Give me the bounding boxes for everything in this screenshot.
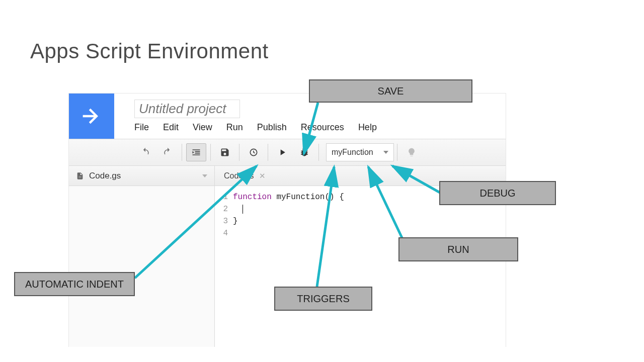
undo-icon <box>140 147 150 157</box>
run-button[interactable] <box>272 143 292 161</box>
keyword: function <box>233 193 272 202</box>
menu-resources[interactable]: Resources <box>301 122 344 133</box>
menu-view[interactable]: View <box>193 122 212 133</box>
menu-run[interactable]: Run <box>226 122 243 133</box>
code-text: myFunction() { <box>272 193 344 202</box>
menubar: File Edit View Run Publish Resources Hel… <box>134 122 506 133</box>
function-select-label: myFunction <box>332 148 373 157</box>
file-sidebar: Code.gs <box>69 166 215 347</box>
menu-edit[interactable]: Edit <box>163 122 179 133</box>
triggers-button[interactable] <box>244 143 264 161</box>
chevron-down-icon <box>383 151 388 154</box>
function-select[interactable]: myFunction <box>326 143 394 161</box>
lightbulb-icon <box>407 147 417 157</box>
text-cursor <box>243 205 243 214</box>
line-number: 1 <box>215 191 228 203</box>
separator <box>239 144 239 161</box>
line-number: 2 <box>215 203 228 215</box>
line-number: 3 <box>215 215 228 227</box>
toolbar: myFunction <box>69 139 506 166</box>
play-icon <box>277 147 287 157</box>
label-save: SAVE <box>309 79 472 103</box>
project-title-input[interactable]: Untitled project <box>134 100 240 118</box>
label-run: RUN <box>398 237 518 261</box>
app-logo <box>69 94 114 139</box>
menu-help[interactable]: Help <box>358 122 377 133</box>
file-icon <box>76 171 84 180</box>
redo-icon <box>163 147 173 157</box>
chevron-down-icon[interactable] <box>202 174 207 177</box>
debug-button[interactable] <box>294 143 314 161</box>
label-triggers: TRIGGERS <box>274 287 372 311</box>
redo-button[interactable] <box>157 143 178 161</box>
indent-icon <box>191 147 201 157</box>
source: function myFunction() { } <box>233 191 344 239</box>
hints-button[interactable] <box>401 143 422 161</box>
separator <box>210 144 211 161</box>
indent-button[interactable] <box>186 143 206 161</box>
save-button[interactable] <box>215 143 235 161</box>
file-name: Code.gs <box>89 171 121 181</box>
undo-button[interactable] <box>135 143 155 161</box>
line-gutter: 1 2 3 4 <box>215 191 233 239</box>
code-text: } <box>233 215 344 227</box>
tab-name[interactable]: Code.gs <box>224 171 254 180</box>
slide-title: Apps Script Environment <box>30 39 269 63</box>
label-debug: DEBUG <box>439 181 556 205</box>
menu-file[interactable]: File <box>134 122 149 133</box>
separator <box>397 144 397 161</box>
save-icon <box>220 147 230 157</box>
menu-publish[interactable]: Publish <box>257 122 287 133</box>
close-tab-icon[interactable]: ✕ <box>259 171 266 180</box>
arrow-right-icon <box>78 103 105 129</box>
line-number: 4 <box>215 227 228 239</box>
label-indent: AUTOMATIC INDENT <box>14 272 135 296</box>
clock-icon <box>249 147 259 157</box>
separator <box>182 144 182 161</box>
separator <box>318 144 319 161</box>
separator <box>268 144 268 161</box>
file-item[interactable]: Code.gs <box>69 166 214 186</box>
bug-icon <box>299 147 309 157</box>
